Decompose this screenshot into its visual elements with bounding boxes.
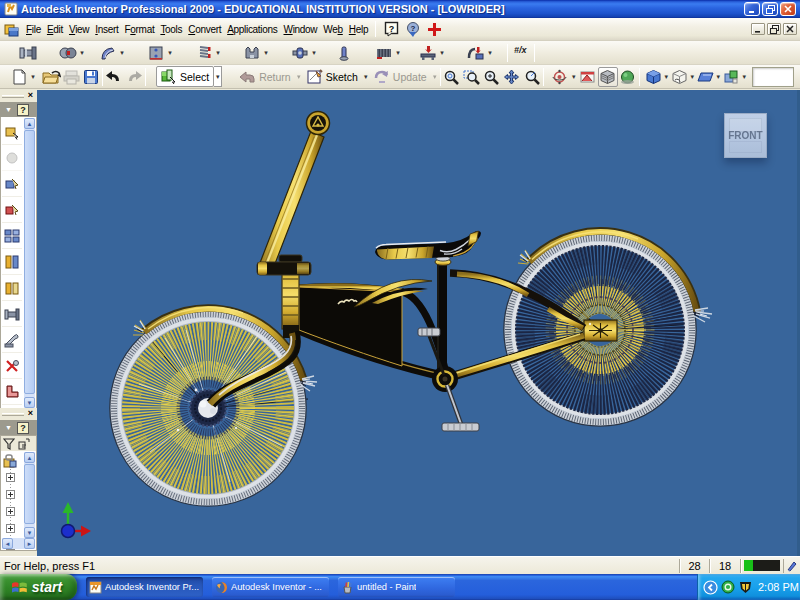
sketch-dropdown[interactable]: ▾	[362, 67, 370, 87]
new-file-dropdown[interactable]: ▾	[29, 67, 37, 87]
bearing-button[interactable]	[146, 43, 166, 63]
tree-node[interactable]	[2, 503, 24, 520]
taskbar-button-browser[interactable]: Autodesk Inventor - ...	[212, 577, 329, 597]
tree-node[interactable]	[2, 486, 24, 503]
menu-applications[interactable]: Applications	[224, 21, 280, 38]
browser-close-icon[interactable]: ×	[26, 410, 35, 419]
cam-dropdown[interactable]: ▾	[118, 43, 126, 63]
menu-web[interactable]: Web	[320, 21, 346, 38]
close-button[interactable]	[780, 2, 796, 16]
save-button[interactable]	[81, 67, 101, 87]
tree-node[interactable]	[2, 520, 24, 537]
camera-view-dropdown[interactable]: ▾	[689, 67, 696, 87]
tool-copy-component[interactable]	[2, 197, 22, 223]
tool-bolt-bench[interactable]	[2, 301, 22, 327]
open-button[interactable]	[41, 67, 61, 87]
print-button[interactable]	[61, 67, 81, 87]
bolted-connection-button[interactable]	[18, 43, 38, 63]
expand-icon[interactable]	[6, 473, 15, 482]
panel-help-icon[interactable]: ?	[17, 104, 29, 116]
add-icon[interactable]	[427, 22, 442, 37]
menu-format[interactable]: Format	[122, 21, 158, 38]
menu-convert[interactable]: Convert	[185, 21, 224, 38]
key-connection-dropdown[interactable]: ▾	[310, 43, 318, 63]
menu-tools[interactable]: Tools	[157, 21, 185, 38]
tool-delete[interactable]	[2, 353, 22, 379]
return-button[interactable]: Return	[235, 67, 295, 87]
child-close-button[interactable]	[783, 23, 797, 35]
expand-icon[interactable]	[6, 507, 15, 516]
minimize-button[interactable]	[744, 2, 760, 16]
tray-shield-icon[interactable]	[738, 580, 753, 594]
taskbar-button-inventor[interactable]: Autodesk Inventor Pr...	[86, 577, 203, 597]
update-button[interactable]: Update	[370, 67, 431, 87]
tool-component-pair[interactable]	[2, 275, 22, 301]
taskbar-button-paint[interactable]: untitled - Paint	[338, 577, 455, 597]
browser-hscrollbar[interactable]: ◄ ►	[2, 538, 35, 549]
display-shaded-button[interactable]	[644, 67, 663, 87]
zoom-button[interactable]	[482, 67, 502, 87]
menu-edit[interactable]: Edit	[44, 21, 66, 38]
menu-insert[interactable]: Insert	[92, 21, 121, 38]
tool-stamp[interactable]	[2, 327, 22, 353]
restore-button[interactable]	[762, 2, 778, 16]
belt-dropdown[interactable]: ▾	[394, 43, 402, 63]
display-shaded-dropdown[interactable]: ▾	[663, 67, 670, 87]
spur-gear-dropdown[interactable]: ▾	[262, 43, 270, 63]
key-connection-button[interactable]	[290, 43, 310, 63]
tool-pattern-component[interactable]	[2, 171, 22, 197]
browser-menu-chevron-icon[interactable]: ▼	[2, 422, 15, 433]
start-button[interactable]: start	[0, 574, 77, 600]
browser-vscrollbar[interactable]: ▲ ▼	[24, 452, 35, 538]
tray-green-icon[interactable]	[721, 580, 735, 594]
redo-button[interactable]	[124, 67, 144, 87]
hide-icons-chevron-icon[interactable]	[703, 580, 718, 595]
parameter-combo[interactable]	[752, 67, 794, 87]
bearing-dropdown[interactable]: ▾	[166, 43, 174, 63]
filter-icon[interactable]	[3, 438, 15, 450]
undo-button[interactable]	[104, 67, 124, 87]
scrollbar-thumb[interactable]	[24, 130, 35, 394]
ground-shadow-button[interactable]	[618, 67, 638, 87]
tool-mirror-component[interactable]	[2, 223, 22, 249]
return-dropdown[interactable]: ▾	[295, 67, 303, 87]
scroll-up-icon[interactable]: ▲	[24, 118, 35, 129]
panel-menu-chevron-icon[interactable]: ▼	[2, 104, 15, 115]
shaded-display-button[interactable]	[598, 67, 618, 87]
zoom-window-button[interactable]	[462, 67, 482, 87]
zoom-all-button[interactable]	[442, 67, 462, 87]
new-file-button[interactable]	[9, 67, 29, 87]
tool-create-component[interactable]	[2, 145, 22, 171]
select-button[interactable]: Select	[156, 66, 214, 87]
cam-button[interactable]	[98, 43, 118, 63]
scrollbar-thumb[interactable]	[24, 464, 35, 524]
select-dropdown[interactable]: ▾	[214, 66, 222, 87]
camera-view-button[interactable]	[670, 67, 689, 87]
scroll-down-icon[interactable]: ▼	[24, 527, 35, 538]
shaft-coupling-button[interactable]	[58, 43, 78, 63]
scroll-right-icon[interactable]: ►	[24, 538, 35, 549]
spring-dropdown[interactable]: ▾	[214, 43, 222, 63]
child-minimize-button[interactable]	[751, 23, 765, 35]
orbit-dropdown[interactable]: ▾	[570, 67, 578, 87]
expand-icon[interactable]	[6, 524, 15, 533]
frame-insert-button[interactable]	[418, 43, 438, 63]
look-at-button[interactable]	[578, 67, 598, 87]
sketch-button[interactable]: Sketch	[303, 67, 362, 87]
browser-help-icon[interactable]: ?	[17, 422, 29, 434]
frame-end-treatment-button[interactable]	[466, 43, 486, 63]
shaft-coupling-dropdown[interactable]: ▾	[78, 43, 86, 63]
component-opacity-dropdown[interactable]: ▾	[741, 67, 748, 87]
spur-gear-button[interactable]	[242, 43, 262, 63]
whats-this-icon[interactable]: ?	[405, 21, 421, 37]
panel-bar-close-icon[interactable]: ×	[26, 92, 35, 101]
viewcube[interactable]: FRONT	[724, 113, 767, 158]
viewport-3d[interactable]: FRONT	[37, 90, 800, 556]
parameters-button[interactable]: #/x	[509, 43, 533, 63]
update-dropdown[interactable]: ▾	[431, 67, 439, 87]
scroll-up-icon[interactable]: ▲	[24, 452, 35, 463]
menu-help[interactable]: Help	[346, 21, 371, 38]
help-topics-icon[interactable]: ?	[384, 21, 399, 37]
frame-end-dropdown[interactable]: ▾	[486, 43, 494, 63]
spring-button[interactable]	[194, 43, 214, 63]
